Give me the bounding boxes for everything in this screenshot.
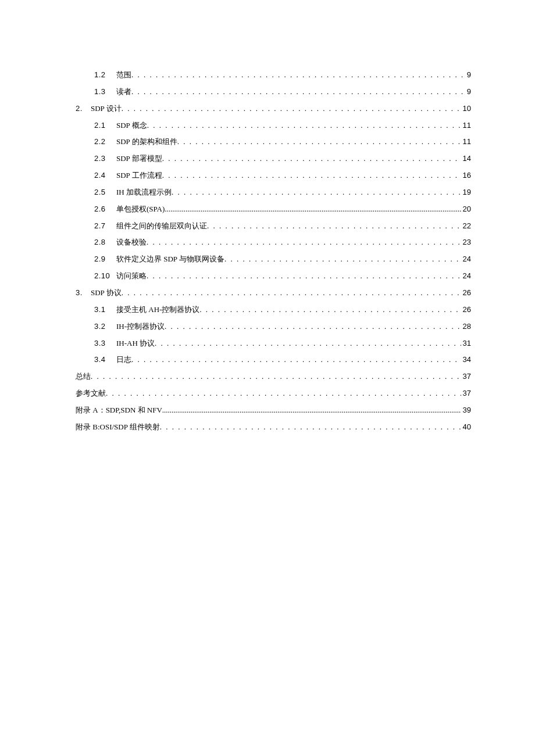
toc-entry-title: 日志 xyxy=(116,354,131,366)
toc-entry-title: SDP 设计 xyxy=(91,103,122,114)
toc-entry-page: 23 xyxy=(461,237,471,248)
toc-entry-page: 39 xyxy=(461,405,471,416)
toc-entry-number: 2. xyxy=(76,103,91,114)
toc-entry-title: SDP 协议 xyxy=(91,288,122,299)
toc-entry-title: 访问策略 xyxy=(116,271,147,282)
toc-entry-number: 3.4 xyxy=(94,354,116,366)
toc-entry-title: 范围 xyxy=(116,70,131,81)
toc-entry-page: 19 xyxy=(461,187,471,198)
toc-leader-dots xyxy=(122,103,461,114)
toc-leader-dots xyxy=(155,338,461,349)
toc-leader-dots xyxy=(162,153,461,164)
toc-entry: 2.10访问策略24 xyxy=(76,271,471,282)
toc-leader-dots xyxy=(91,371,461,382)
toc-leader-dots xyxy=(106,388,461,399)
toc-entry: 3.4日志34 xyxy=(76,354,471,366)
toc-leader-dots xyxy=(224,254,461,265)
toc-entry-number: 2.4 xyxy=(94,170,116,181)
toc-entry: 2.SDP 设计10 xyxy=(76,103,471,114)
toc-entry-title: IH-AH 协议 xyxy=(116,338,155,349)
toc-leader-dots xyxy=(177,137,461,148)
toc-leader-dots xyxy=(162,170,461,181)
toc-entry-title: SDP 工作流程 xyxy=(116,170,162,181)
toc-entry-page: 16 xyxy=(461,170,471,181)
toc-entry-page: 34 xyxy=(461,354,471,366)
toc-entry-page: 14 xyxy=(461,153,471,164)
toc-entry: 3.SDP 协议26 xyxy=(76,288,471,299)
toc-entry-number: 2.5 xyxy=(94,187,116,198)
toc-entry-title: SDP 概念 xyxy=(116,120,147,131)
toc-entry-number: 2.8 xyxy=(94,237,116,248)
toc-leader-dots xyxy=(165,321,461,332)
toc-entry-title: 参考文献 xyxy=(76,388,106,399)
toc-leader-dots xyxy=(199,304,461,316)
toc-entry-page: 11 xyxy=(461,137,471,148)
toc-entry: 2.8设备校验23 xyxy=(76,237,471,248)
toc-entry: 2.3SDP 部署模型14 xyxy=(76,153,471,164)
toc-entry-title: 软件定义边界 SDP 与物联网设备 xyxy=(116,254,224,265)
toc-entry-page: 10 xyxy=(461,103,471,114)
toc-entry: 2.5IH 加载流程示例19 xyxy=(76,187,471,198)
toc-entry-number: 3.1 xyxy=(94,304,116,316)
toc-leader-dots xyxy=(147,120,461,131)
table-of-contents: 1.2范围91.3读者92.SDP 设计102.1SDP 概念112.2SDP … xyxy=(76,70,471,433)
toc-entry-title: IH 加载流程示例 xyxy=(116,187,172,198)
toc-leader-dots xyxy=(122,288,461,299)
toc-entry-title: 附录 B:OSI/SDP 组件映射 xyxy=(76,422,160,433)
toc-entry: 3.2IH-控制器协议28 xyxy=(76,321,471,332)
toc-entry-page: 24 xyxy=(461,254,471,265)
toc-entry-page: 31 xyxy=(461,338,471,349)
toc-leader-dots xyxy=(131,70,465,81)
toc-leader-dots xyxy=(172,187,461,198)
toc-entry-page: 28 xyxy=(461,321,471,332)
toc-entry-number: 1.3 xyxy=(94,87,116,98)
toc-entry: 2.2SDP 的架构和组件11 xyxy=(76,137,471,148)
toc-entry-page: 37 xyxy=(461,388,471,399)
toc-entry-number: 2.9 xyxy=(94,254,116,265)
toc-entry: 1.3读者9 xyxy=(76,87,471,98)
toc-entry-number: 2.10 xyxy=(94,271,116,282)
toc-entry-title: 单包授权(SPA) xyxy=(116,204,165,215)
toc-entry-title: 设备校验 xyxy=(116,237,147,248)
toc-leader-dots xyxy=(207,221,461,232)
toc-entry-title: SDP 部署模型 xyxy=(116,153,162,164)
toc-entry-number: 2.1 xyxy=(94,120,116,131)
toc-entry: 总结37 xyxy=(76,371,471,382)
toc-entry: 3.1接受主机 AH-控制器协议26 xyxy=(76,304,471,316)
toc-entry: 2.9软件定义边界 SDP 与物联网设备24 xyxy=(76,254,471,265)
toc-entry: 参考文献37 xyxy=(76,388,471,399)
toc-leader-dots xyxy=(162,405,461,416)
toc-entry: 附录 B:OSI/SDP 组件映射40 xyxy=(76,422,471,433)
toc-entry-number: 1.2 xyxy=(94,70,116,81)
toc-entry-number: 2.6 xyxy=(94,204,116,215)
toc-entry-title: 接受主机 AH-控制器协议 xyxy=(116,304,199,316)
toc-entry-number: 3.3 xyxy=(94,338,116,349)
toc-entry-title: 附录 A：SDP,SDN 和 NFV xyxy=(76,405,162,416)
toc-entry-page: 11 xyxy=(461,120,471,131)
toc-entry: 1.2范围9 xyxy=(76,70,471,81)
toc-leader-dots xyxy=(160,422,461,433)
toc-entry: 附录 A：SDP,SDN 和 NFV39 xyxy=(76,405,471,416)
toc-entry-title: 组件之间的传输层双向认证 xyxy=(116,221,207,232)
toc-entry-page: 20 xyxy=(461,204,471,215)
toc-leader-dots xyxy=(165,204,461,215)
toc-entry-title: IH-控制器协议 xyxy=(116,321,165,332)
toc-entry-number: 3.2 xyxy=(94,321,116,332)
toc-entry: 3.3IH-AH 协议31 xyxy=(76,338,471,349)
toc-entry-page: 40 xyxy=(461,422,471,433)
toc-entry-page: 9 xyxy=(465,70,471,81)
toc-entry: 2.7组件之间的传输层双向认证22 xyxy=(76,221,471,232)
toc-leader-dots xyxy=(147,271,461,282)
toc-entry-page: 26 xyxy=(461,288,471,299)
toc-entry-number: 2.2 xyxy=(94,137,116,148)
toc-leader-dots xyxy=(131,354,461,366)
toc-entry: 2.4SDP 工作流程16 xyxy=(76,170,471,181)
toc-entry-title: SDP 的架构和组件 xyxy=(116,137,177,148)
toc-entry-page: 24 xyxy=(461,271,471,282)
toc-entry-page: 26 xyxy=(461,304,471,316)
toc-entry-title: 总结 xyxy=(76,371,91,382)
toc-entry-number: 2.7 xyxy=(94,221,116,232)
toc-entry: 2.1SDP 概念11 xyxy=(76,120,471,131)
toc-entry: 2.6单包授权(SPA)20 xyxy=(76,204,471,215)
toc-entry-page: 22 xyxy=(461,221,471,232)
